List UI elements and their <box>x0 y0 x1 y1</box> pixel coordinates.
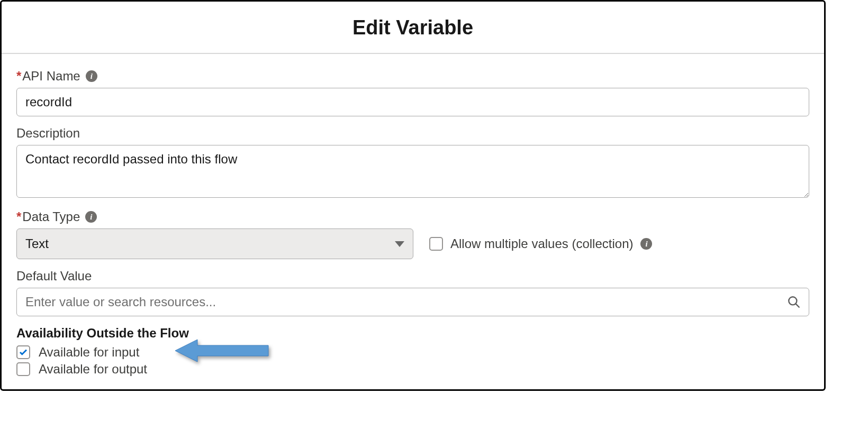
data-type-value: Text <box>25 236 49 251</box>
info-icon[interactable]: i <box>86 70 97 82</box>
data-type-label: *Data Type <box>16 209 80 224</box>
available-for-input-checkbox[interactable] <box>16 345 30 359</box>
svg-marker-2 <box>175 340 268 362</box>
available-for-output-row: Available for output <box>16 362 809 377</box>
allow-multiple-row: Allow multiple values (collection) i <box>429 236 652 251</box>
chevron-down-icon <box>395 241 404 247</box>
default-value-field: Default Value <box>16 269 809 316</box>
form-body: *API Name i Description Contact recordId… <box>2 54 824 389</box>
svg-line-1 <box>795 304 799 307</box>
available-for-output-label: Available for output <box>39 362 147 377</box>
allow-multiple-label: Allow multiple values (collection) <box>450 236 633 251</box>
data-type-label-line: *Data Type i <box>16 209 809 224</box>
availability-heading: Availability Outside the Flow <box>16 326 809 341</box>
required-star: * <box>16 209 21 224</box>
data-type-select[interactable]: Text <box>16 228 413 259</box>
available-for-input-label: Available for input <box>39 345 139 360</box>
search-icon <box>787 295 801 309</box>
default-value-input[interactable] <box>16 288 809 316</box>
default-value-wrap <box>16 288 809 316</box>
allow-multiple-checkbox[interactable] <box>429 237 443 251</box>
api-name-label-line: *API Name i <box>16 69 809 84</box>
edit-variable-dialog: Edit Variable *API Name i Description Co… <box>0 0 826 391</box>
available-for-input-row: Available for input <box>16 345 809 360</box>
api-name-label: *API Name <box>16 69 80 84</box>
api-name-field: *API Name i <box>16 69 809 116</box>
data-type-select-wrap: Text <box>16 228 413 259</box>
default-value-label-line: Default Value <box>16 269 809 283</box>
required-star: * <box>16 69 21 83</box>
description-field: Description Contact recordId passed into… <box>16 126 809 200</box>
description-textarea[interactable]: Contact recordId passed into this flow <box>16 145 809 198</box>
description-label-line: Description <box>16 126 809 141</box>
dialog-title: Edit Variable <box>2 2 824 54</box>
default-value-label: Default Value <box>16 269 92 283</box>
api-name-input[interactable] <box>16 88 809 116</box>
info-icon[interactable]: i <box>640 238 652 250</box>
data-type-field: *Data Type i Text Allow multiple values … <box>16 209 809 259</box>
available-for-output-checkbox[interactable] <box>16 362 30 376</box>
annotation-arrow-icon <box>175 337 270 364</box>
info-icon[interactable]: i <box>85 211 97 223</box>
data-type-row: Text Allow multiple values (collection) … <box>16 228 809 259</box>
description-label: Description <box>16 126 80 141</box>
